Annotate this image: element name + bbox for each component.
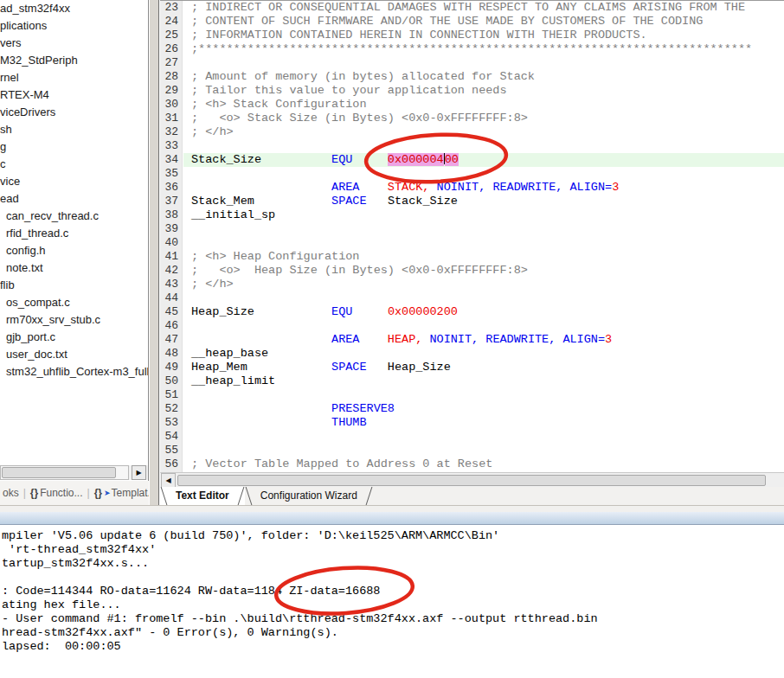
code-line[interactable]: ;***************************************… [183,42,784,56]
code-line[interactable]: ; </h> [183,125,784,139]
code-line[interactable] [183,222,784,236]
code-line[interactable] [183,139,784,153]
code-line[interactable] [183,291,784,305]
code-line[interactable] [183,388,784,402]
tree-item[interactable]: g [0,138,148,156]
code-line[interactable] [183,444,784,457]
code-line[interactable]: Heap_Size EQU 0x00000200 [183,305,784,319]
code-line[interactable]: __initial_sp [183,208,784,222]
code-line[interactable] [183,430,784,444]
code-line[interactable] [183,167,784,181]
code-segment: ;***************************************… [191,42,752,55]
scrollbar-track[interactable] [0,465,129,480]
tree-item[interactable]: os_compat.c [0,294,148,311]
line-number: 55 [160,444,182,457]
output-line: 'rt-thread_stm32f4xx' [2,543,784,557]
tree-item[interactable]: rnel [0,69,148,86]
code-line[interactable]: ; <o> Heap Size (in Bytes) <0x0-0xFFFFFF… [183,264,784,278]
code-line[interactable]: ; INDIRECT OR CONSEQUENTIAL DAMAGES WITH… [183,1,784,15]
sidebar-tab-functio[interactable]: {}Functio... [28,487,86,499]
tree-item[interactable]: user_doc.txt [0,346,148,363]
project-panel: ad_stm32f4xxplicationsversM32_StdPeriphr… [0,0,149,505]
code-segment: Stack_Mem [191,195,254,208]
code-line[interactable]: THUMB [183,416,784,430]
tree-item[interactable]: vers [0,35,148,52]
tree-item[interactable]: viceDrivers [0,104,148,121]
editor-horizontal-scrollbar[interactable]: ◀ [160,472,784,487]
sidebar-tab-templat[interactable]: {}➤Templat... [92,487,149,499]
tree-item[interactable]: ead [0,190,148,208]
tree-item[interactable]: config.h [0,242,148,259]
tree-item[interactable]: vice [0,173,148,190]
code-line[interactable] [183,319,784,333]
code-line[interactable]: AREA HEAP, NOINIT, READWRITE, ALIGN=3 [183,333,784,347]
line-number: 51 [160,388,182,402]
panel-splitter[interactable] [150,0,159,505]
line-number: 31 [160,112,182,125]
code-segment: ; INFORMATION CONTAINED HEREIN IN CONNEC… [191,29,647,42]
code-segment: 00 [445,153,459,166]
code-segment [359,333,387,346]
code-area[interactable]: ; INDIRECT OR CONSEQUENTIAL DAMAGES WITH… [183,1,784,472]
code-line[interactable]: ; <h> Heap Configuration [183,250,784,264]
tree-item[interactable]: stm32_uhflib_Cortex-m3_full.lib [0,363,148,381]
tree-item[interactable]: can_recv_thread.c [0,208,148,225]
sidebar-horizontal-scrollbar[interactable]: ▶ [0,465,148,480]
scroll-right-button[interactable]: ▶ [132,465,146,480]
code-line[interactable]: ; CONTENT OF SUCH FIRMWARE AND/OR THE US… [183,15,784,29]
tab-text-editor[interactable]: Text Editor [160,487,245,505]
sidebar-tab-oks[interactable]: oks [0,487,22,499]
code-line[interactable] [183,56,784,70]
code-line[interactable]: ; </h> [183,278,784,291]
code-line[interactable]: ; Vector Table Mapped to Address 0 at Re… [183,457,784,471]
code-line[interactable]: ; <o> Stack Size (in Bytes) <0x0-0xFFFFF… [183,112,784,125]
code-line[interactable]: Heap_Mem SPACE Heap_Size [183,361,784,374]
line-number: 23 [160,1,182,15]
output-window-header [0,512,784,525]
tree-item[interactable]: sh [0,121,148,138]
scrollbar-thumb[interactable] [177,475,766,486]
code-line[interactable]: PRESERVE8 [183,402,784,416]
code-line[interactable]: ; <h> Stack Configuration [183,98,784,112]
line-number: 43 [160,278,182,291]
tab-label: Templat... [112,487,149,499]
project-tree[interactable]: ad_stm32f4xxplicationsversM32_StdPeriphr… [0,0,148,464]
tree-item[interactable]: rfid_thread.c [0,225,148,242]
line-number: 50 [160,374,182,388]
tree-item[interactable]: RTEX-M4 [0,86,148,104]
code-line[interactable]: ; Tailor this value to your application … [183,84,784,98]
tree-item[interactable]: M32_StdPeriph [0,52,148,69]
code-segment: ; Vector Table Mapped to Address 0 at Re… [191,457,492,470]
output-line: tartup_stm32f4xx.s... [2,557,784,571]
code-line[interactable]: __heap_base [183,347,784,361]
tree-item[interactable]: rm70xx_srv_stub.c [0,311,148,329]
code-segment [367,361,388,374]
code-segment: ; Tailor this value to your application … [191,84,507,97]
tree-item[interactable]: note.txt [0,259,148,277]
code-segment: 3 [605,333,612,346]
line-number: 33 [160,139,182,153]
code-line[interactable]: ; Amount of memory (in bytes) allocated … [183,70,784,84]
code-line[interactable]: AREA STACK, NOINIT, READWRITE, ALIGN=3 [183,181,784,195]
scroll-left-button[interactable]: ◀ [161,473,176,488]
tree-item[interactable]: gjb_port.c [0,329,148,346]
code-line[interactable]: Stack_Mem SPACE Stack_Size [183,195,784,208]
tree-item[interactable]: c [0,156,148,173]
code-segment [352,305,388,318]
tree-item[interactable]: plications [0,17,148,35]
tree-item[interactable]: ad_stm32f4xx [0,0,148,17]
code-line[interactable] [183,236,784,250]
build-output-pane[interactable]: mpiler 'V5.06 update 6 (build 750)', fol… [0,526,784,678]
code-line-current[interactable]: Stack_Size EQU 0x00000400 [183,153,784,167]
code-segment: __initial_sp [191,208,275,221]
line-number: 46 [160,319,182,333]
code-segment: SPACE [331,361,367,374]
tab-right-edge [365,487,372,505]
code-line[interactable]: __heap_limit [183,374,784,388]
code-segment: __heap_base [191,347,268,360]
code-segment [191,181,331,194]
tree-item[interactable]: flib [0,277,148,294]
scrollbar-thumb[interactable] [2,467,116,478]
code-line[interactable]: ; INFORMATION CONTAINED HEREIN IN CONNEC… [183,29,784,42]
tab-configuration-wizard[interactable]: Configuration Wizard [245,487,373,505]
